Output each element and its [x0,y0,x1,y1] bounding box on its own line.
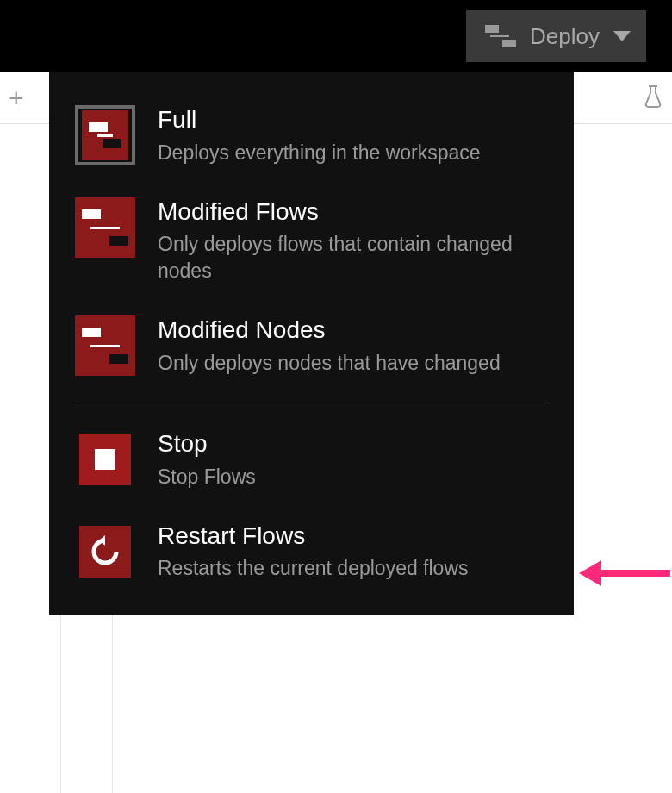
restart-icon [75,521,135,582]
deploy-full-icon [75,105,135,165]
menu-item-desc: Restarts the current deployed flows [158,555,548,582]
menu-item-title: Full [158,105,548,134]
pointer-arrow-icon [577,552,672,598]
chevron-down-icon[interactable] [613,31,631,41]
menu-item-full[interactable]: Full Deploys everything in the workspace [49,90,574,182]
menu-item-modified-nodes[interactable]: Modified Nodes Only deploys nodes that h… [49,300,574,392]
menu-item-title: Modified Flows [158,197,548,227]
flask-icon[interactable] [643,84,663,112]
add-tab-icon[interactable]: + [9,85,24,111]
menu-item-desc: Stop Flows [158,464,548,490]
deploy-dropdown-menu: Full Deploys everything in the workspace… [49,72,574,615]
menu-item-desc: Only deploys flows that contain changed … [158,231,548,284]
menu-item-title: Modified Nodes [158,315,548,345]
deploy-button-label: Deploy [530,23,600,50]
menu-item-title: Stop [158,429,548,459]
menu-item-desc: Deploys everything in the workspace [158,140,548,166]
deploy-icon [482,25,516,47]
deploy-button[interactable]: Deploy [466,10,646,62]
menu-item-desc: Only deploys nodes that have changed [158,350,548,377]
deploy-modified-flows-icon [75,197,135,258]
stop-icon [75,429,135,490]
menu-divider [73,403,550,403]
deploy-modified-nodes-icon [75,315,135,376]
menu-item-stop[interactable]: Stop Stop Flows [49,414,574,506]
top-header: Deploy [0,0,672,72]
menu-item-restart[interactable]: Restart Flows Restarts the current deplo… [49,506,574,598]
menu-item-title: Restart Flows [158,521,548,551]
menu-item-modified-flows[interactable]: Modified Flows Only deploys flows that c… [49,182,574,301]
